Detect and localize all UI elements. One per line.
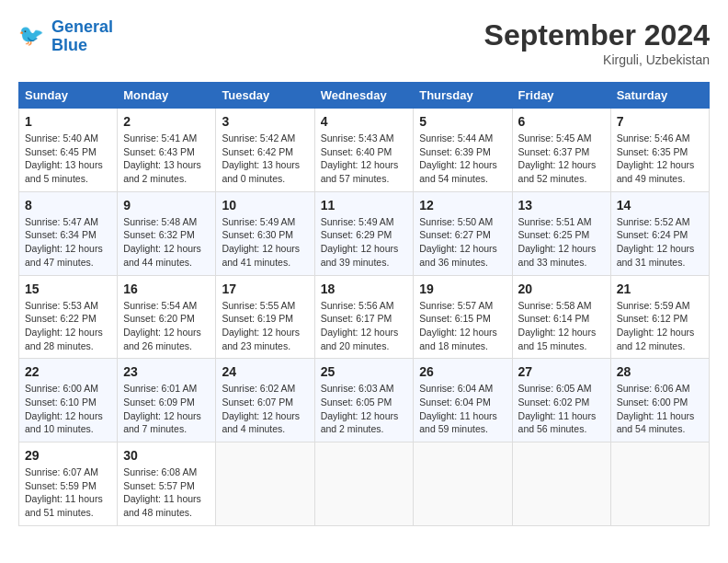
week-row-2: 8Sunrise: 5:47 AM Sunset: 6:34 PM Daylig…	[19, 191, 710, 275]
day-detail: Sunrise: 5:46 AM Sunset: 6:35 PM Dayligh…	[617, 132, 703, 186]
day-detail: Sunrise: 5:56 AM Sunset: 6:17 PM Dayligh…	[321, 299, 408, 353]
day-number: 6	[518, 114, 605, 129]
table-cell	[414, 442, 512, 526]
table-cell: 18Sunrise: 5:56 AM Sunset: 6:17 PM Dayli…	[314, 275, 414, 359]
day-detail: Sunrise: 6:06 AM Sunset: 6:00 PM Dayligh…	[617, 382, 703, 436]
col-thursday: Thursday	[414, 83, 512, 109]
table-cell: 19Sunrise: 5:57 AM Sunset: 6:15 PM Dayli…	[414, 275, 512, 359]
table-cell: 17Sunrise: 5:55 AM Sunset: 6:19 PM Dayli…	[216, 275, 314, 359]
table-cell	[512, 442, 610, 526]
day-number: 29	[25, 448, 111, 463]
page-header: 🐦 General Blue September 2024 Kirguli, U…	[18, 18, 710, 67]
day-number: 14	[617, 198, 703, 213]
table-cell	[610, 442, 709, 526]
day-detail: Sunrise: 6:04 AM Sunset: 6:04 PM Dayligh…	[419, 382, 506, 436]
day-detail: Sunrise: 5:55 AM Sunset: 6:19 PM Dayligh…	[222, 299, 308, 353]
day-number: 20	[518, 282, 605, 296]
col-saturday: Saturday	[610, 83, 709, 109]
day-number: 12	[419, 198, 506, 213]
day-detail: Sunrise: 5:58 AM Sunset: 6:14 PM Dayligh…	[518, 299, 605, 353]
day-number: 28	[617, 364, 703, 379]
col-tuesday: Tuesday	[216, 83, 314, 109]
col-monday: Monday	[118, 83, 216, 109]
day-number: 9	[123, 198, 210, 213]
day-number: 4	[321, 114, 408, 129]
day-detail: Sunrise: 6:07 AM Sunset: 5:59 PM Dayligh…	[25, 465, 111, 520]
day-number: 30	[123, 448, 210, 463]
day-detail: Sunrise: 6:03 AM Sunset: 6:05 PM Dayligh…	[321, 382, 408, 436]
day-number: 15	[25, 282, 111, 296]
table-cell: 21Sunrise: 5:59 AM Sunset: 6:12 PM Dayli…	[610, 275, 709, 359]
table-cell: 29Sunrise: 6:07 AM Sunset: 5:59 PM Dayli…	[19, 442, 118, 526]
table-cell: 9Sunrise: 5:48 AM Sunset: 6:32 PM Daylig…	[118, 191, 216, 275]
day-number: 13	[518, 198, 605, 213]
calendar-table: Sunday Monday Tuesday Wednesday Thursday…	[18, 82, 710, 526]
table-cell: 24Sunrise: 6:02 AM Sunset: 6:07 PM Dayli…	[216, 359, 314, 442]
day-number: 19	[419, 282, 506, 296]
table-cell	[216, 442, 314, 526]
week-row-3: 15Sunrise: 5:53 AM Sunset: 6:22 PM Dayli…	[19, 275, 710, 359]
col-sunday: Sunday	[19, 83, 118, 109]
table-cell	[314, 442, 414, 526]
day-detail: Sunrise: 5:50 AM Sunset: 6:27 PM Dayligh…	[419, 215, 506, 270]
day-detail: Sunrise: 6:05 AM Sunset: 6:02 PM Dayligh…	[518, 382, 605, 436]
day-detail: Sunrise: 5:45 AM Sunset: 6:37 PM Dayligh…	[518, 132, 605, 186]
calendar-header-row: Sunday Monday Tuesday Wednesday Thursday…	[19, 83, 710, 109]
day-number: 3	[222, 114, 308, 129]
table-cell: 15Sunrise: 5:53 AM Sunset: 6:22 PM Dayli…	[19, 275, 118, 359]
day-detail: Sunrise: 5:42 AM Sunset: 6:42 PM Dayligh…	[222, 132, 308, 186]
table-cell: 2Sunrise: 5:41 AM Sunset: 6:43 PM Daylig…	[118, 109, 216, 192]
day-number: 25	[321, 364, 408, 379]
day-detail: Sunrise: 5:48 AM Sunset: 6:32 PM Dayligh…	[123, 215, 210, 270]
day-detail: Sunrise: 5:57 AM Sunset: 6:15 PM Dayligh…	[419, 299, 506, 353]
table-cell: 20Sunrise: 5:58 AM Sunset: 6:14 PM Dayli…	[512, 275, 610, 359]
day-detail: Sunrise: 5:44 AM Sunset: 6:39 PM Dayligh…	[419, 132, 506, 186]
day-detail: Sunrise: 5:53 AM Sunset: 6:22 PM Dayligh…	[25, 299, 111, 353]
table-cell: 10Sunrise: 5:49 AM Sunset: 6:30 PM Dayli…	[216, 191, 314, 275]
day-number: 16	[123, 282, 210, 296]
day-detail: Sunrise: 6:00 AM Sunset: 6:10 PM Dayligh…	[25, 382, 111, 436]
day-detail: Sunrise: 5:49 AM Sunset: 6:29 PM Dayligh…	[321, 215, 408, 270]
day-detail: Sunrise: 5:43 AM Sunset: 6:40 PM Dayligh…	[321, 132, 408, 186]
day-number: 22	[25, 364, 111, 379]
day-number: 17	[222, 282, 308, 296]
table-cell: 5Sunrise: 5:44 AM Sunset: 6:39 PM Daylig…	[414, 109, 512, 192]
day-detail: Sunrise: 5:40 AM Sunset: 6:45 PM Dayligh…	[25, 132, 111, 186]
day-detail: Sunrise: 5:52 AM Sunset: 6:24 PM Dayligh…	[617, 215, 703, 270]
day-number: 21	[617, 282, 703, 296]
title-block: September 2024 Kirguli, Uzbekistan	[484, 18, 710, 67]
location-subtitle: Kirguli, Uzbekistan	[484, 52, 710, 67]
table-cell: 6Sunrise: 5:45 AM Sunset: 6:37 PM Daylig…	[512, 109, 610, 192]
logo: 🐦 General Blue	[18, 18, 113, 55]
day-detail: Sunrise: 5:49 AM Sunset: 6:30 PM Dayligh…	[222, 215, 308, 270]
table-cell: 28Sunrise: 6:06 AM Sunset: 6:00 PM Dayli…	[610, 359, 709, 442]
table-cell: 4Sunrise: 5:43 AM Sunset: 6:40 PM Daylig…	[314, 109, 414, 192]
calendar-body: 1Sunrise: 5:40 AM Sunset: 6:45 PM Daylig…	[19, 109, 710, 526]
col-wednesday: Wednesday	[314, 83, 414, 109]
week-row-5: 29Sunrise: 6:07 AM Sunset: 5:59 PM Dayli…	[19, 442, 710, 526]
svg-text:🐦: 🐦	[18, 23, 44, 48]
table-cell: 3Sunrise: 5:42 AM Sunset: 6:42 PM Daylig…	[216, 109, 314, 192]
day-number: 10	[222, 198, 308, 213]
day-detail: Sunrise: 6:01 AM Sunset: 6:09 PM Dayligh…	[123, 382, 210, 436]
week-row-4: 22Sunrise: 6:00 AM Sunset: 6:10 PM Dayli…	[19, 359, 710, 442]
month-title: September 2024	[484, 18, 710, 52]
day-number: 5	[419, 114, 506, 129]
day-detail: Sunrise: 5:54 AM Sunset: 6:20 PM Dayligh…	[123, 299, 210, 353]
day-number: 11	[321, 198, 408, 213]
table-cell: 14Sunrise: 5:52 AM Sunset: 6:24 PM Dayli…	[610, 191, 709, 275]
day-detail: Sunrise: 5:59 AM Sunset: 6:12 PM Dayligh…	[617, 299, 703, 353]
table-cell: 8Sunrise: 5:47 AM Sunset: 6:34 PM Daylig…	[19, 191, 118, 275]
logo-text: General Blue	[51, 18, 113, 55]
logo-icon: 🐦	[18, 22, 48, 52]
table-cell: 7Sunrise: 5:46 AM Sunset: 6:35 PM Daylig…	[610, 109, 709, 192]
table-cell: 30Sunrise: 6:08 AM Sunset: 5:57 PM Dayli…	[118, 442, 216, 526]
day-number: 1	[25, 114, 111, 129]
col-friday: Friday	[512, 83, 610, 109]
table-cell: 11Sunrise: 5:49 AM Sunset: 6:29 PM Dayli…	[314, 191, 414, 275]
day-number: 26	[419, 364, 506, 379]
table-cell: 25Sunrise: 6:03 AM Sunset: 6:05 PM Dayli…	[314, 359, 414, 442]
day-detail: Sunrise: 5:47 AM Sunset: 6:34 PM Dayligh…	[25, 215, 111, 270]
day-number: 8	[25, 198, 111, 213]
table-cell: 12Sunrise: 5:50 AM Sunset: 6:27 PM Dayli…	[414, 191, 512, 275]
